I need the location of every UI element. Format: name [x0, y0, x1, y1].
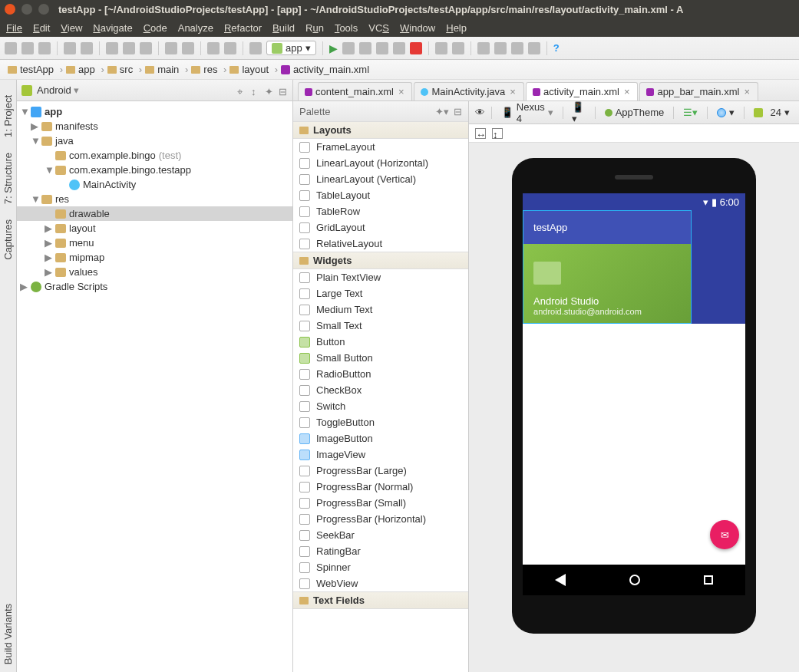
menu-edit[interactable]: Edit [33, 22, 50, 34]
tool-tab-structure[interactable]: 7: Structure [2, 153, 14, 204]
fab[interactable]: ✉ [710, 520, 739, 549]
tree-node-com-example-bingo-testapp[interactable]: ▼com.example.bingo.testapp [17, 163, 292, 177]
nav-home-icon[interactable] [629, 575, 640, 585]
tree-node-drawable[interactable]: drawable [17, 206, 292, 221]
nav-recent-icon[interactable] [704, 575, 713, 585]
cut-icon[interactable] [106, 42, 118, 54]
palette-item-imageview[interactable]: ImageView [293, 446, 468, 463]
crumb-layout[interactable]: layout [225, 64, 276, 75]
profile-icon[interactable] [359, 42, 371, 54]
layout-inspector-icon[interactable] [494, 42, 507, 54]
forward-icon[interactable] [224, 42, 236, 54]
close-tab-icon[interactable]: × [508, 86, 517, 97]
editor-tab-app-bar-main-xml[interactable]: app_bar_main.xml× [639, 82, 758, 100]
editor-tab-activity-main-xml[interactable]: activity_main.xml× [526, 82, 639, 100]
avd-manager-icon[interactable] [435, 42, 447, 54]
menu-build[interactable]: Build [272, 22, 295, 34]
tree-node-gradle-scripts[interactable]: ▶Gradle Scripts [17, 279, 292, 294]
palette-item-plain-textview[interactable]: Plain TextView [293, 269, 468, 285]
palette-item-progressbar-small-[interactable]: ProgressBar (Small) [293, 495, 468, 511]
save-icon[interactable] [21, 42, 34, 54]
palette-item-linearlayout-horizontal-[interactable]: LinearLayout (Horizontal) [293, 155, 468, 171]
make-icon[interactable] [249, 42, 262, 54]
palette-list[interactable]: LayoutsFrameLayoutLinearLayout (Horizont… [293, 121, 468, 672]
palette-gear-icon[interactable]: ✦▾ [435, 106, 449, 117]
nav-drawer-body[interactable] [523, 324, 692, 595]
sync-icon[interactable] [38, 42, 51, 54]
tool-tab-build-variants[interactable]: Build Variants [2, 604, 14, 664]
open-icon[interactable] [5, 42, 17, 54]
menu-navigate[interactable]: Navigate [93, 22, 132, 34]
tree-node-mainactivity[interactable]: MainActivity [17, 177, 292, 192]
palette-hide-icon[interactable]: ⊟ [454, 106, 462, 117]
api-selector[interactable]: 24▾ [751, 106, 793, 119]
tree-node-mipmap[interactable]: ▶mipmap [17, 250, 292, 265]
orientation-selector[interactable]: 📱▾ [569, 100, 588, 125]
menu-tools[interactable]: Tools [335, 22, 358, 34]
stop-icon[interactable] [410, 42, 422, 54]
menu-refactor[interactable]: Refactor [224, 22, 262, 34]
theme-selector[interactable]: AppTheme [602, 106, 668, 119]
crumb-res[interactable]: res [187, 64, 225, 75]
palette-item-linearlayout-vertical-[interactable]: LinearLayout (Vertical) [293, 171, 468, 187]
menu-window[interactable]: Window [400, 22, 435, 34]
palette-item-small-text[interactable]: Small Text [293, 318, 468, 334]
editor-tab-mainactivity-java[interactable]: MainActivity.java× [414, 82, 523, 100]
palette-item-switch[interactable]: Switch [293, 398, 468, 414]
undo-icon[interactable] [64, 42, 76, 54]
palette-item-small-button[interactable]: Small Button [293, 350, 468, 366]
find-icon[interactable] [165, 42, 177, 54]
project-tree[interactable]: ▼app▶manifests▼javacom.example.bingo (te… [17, 101, 292, 672]
crumb-testapp[interactable]: testApp [3, 64, 61, 75]
palette-item-webview[interactable]: WebView [293, 575, 468, 591]
replace-icon[interactable] [182, 42, 194, 54]
palette-item-spinner[interactable]: Spinner [293, 559, 468, 575]
eye-icon[interactable]: 👁 [475, 107, 485, 118]
tree-node-values[interactable]: ▶values [17, 265, 292, 279]
design-canvas[interactable]: ▾ ▮ 6:00 testApp Android Studio [469, 143, 799, 672]
menu-run[interactable]: Run [305, 22, 324, 34]
palette-item-large-text[interactable]: Large Text [293, 285, 468, 301]
crumb-file[interactable]: activity_main.xml [276, 64, 377, 75]
collapse-all-icon[interactable]: ↕ [251, 86, 260, 95]
palette-item-framelayout[interactable]: FrameLayout [293, 139, 468, 155]
menu-view[interactable]: View [61, 22, 82, 34]
palette-item-ratingbar[interactable]: RatingBar [293, 543, 468, 559]
close-tab-icon[interactable]: × [397, 86, 406, 97]
menu-analyze[interactable]: Analyze [178, 22, 213, 34]
config-selector[interactable]: ☰▾ [680, 106, 701, 119]
palette-item-progressbar-large-[interactable]: ProgressBar (Large) [293, 463, 468, 479]
menu-vcs[interactable]: VCS [368, 22, 389, 34]
debug-icon[interactable] [342, 42, 355, 54]
palette-item-checkbox[interactable]: CheckBox [293, 382, 468, 398]
palette-item-relativelayout[interactable]: RelativeLayout [293, 236, 468, 252]
android-monitor-icon[interactable] [477, 42, 490, 54]
palette-item-button[interactable]: Button [293, 334, 468, 350]
palette-item-progressbar-normal-[interactable]: ProgressBar (Normal) [293, 479, 468, 495]
nav-back-icon[interactable] [555, 574, 566, 586]
tree-node-layout[interactable]: ▶layout [17, 221, 292, 236]
locale-selector[interactable]: ▾ [714, 106, 738, 119]
resource-icon[interactable] [528, 42, 540, 54]
tree-node-app[interactable]: ▼app [17, 104, 292, 119]
menu-code[interactable]: Code [144, 22, 167, 34]
crumb-main[interactable]: main [140, 64, 187, 75]
tool-tab-captures[interactable]: Captures [2, 219, 14, 260]
crumb-app[interactable]: app [61, 64, 103, 75]
sdk-manager-icon[interactable] [452, 42, 464, 54]
help-icon[interactable]: ? [553, 42, 560, 54]
redo-icon[interactable] [81, 42, 93, 54]
window-close-button[interactable] [5, 4, 15, 15]
palette-item-radiobutton[interactable]: RadioButton [293, 366, 468, 382]
tree-node-java[interactable]: ▼java [17, 133, 292, 148]
copy-icon[interactable] [123, 42, 135, 54]
tree-node-manifests[interactable]: ▶manifests [17, 119, 292, 133]
back-icon[interactable] [207, 42, 220, 54]
menu-help[interactable]: Help [446, 22, 467, 34]
paste-icon[interactable] [140, 42, 152, 54]
viewport-icon[interactable]: ↔ [475, 128, 486, 139]
project-view-selector[interactable]: Android ▾ [37, 84, 233, 96]
palette-group-widgets[interactable]: Widgets [293, 252, 468, 269]
palette-item-togglebutton[interactable]: ToggleButton [293, 414, 468, 430]
attach-debugger-icon[interactable] [376, 42, 388, 54]
